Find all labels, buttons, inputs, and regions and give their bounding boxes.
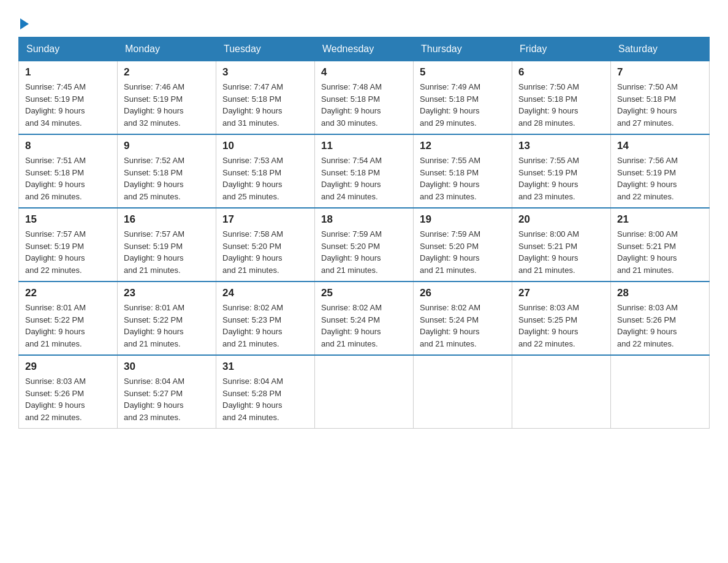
day-info: Sunrise: 7:53 AMSunset: 5:18 PMDaylight:…	[222, 156, 283, 201]
calendar-cell: 10 Sunrise: 7:53 AMSunset: 5:18 PMDaylig…	[216, 134, 315, 208]
calendar-cell	[512, 355, 611, 429]
calendar-cell: 6 Sunrise: 7:50 AMSunset: 5:18 PMDayligh…	[512, 61, 611, 135]
calendar-cell	[414, 355, 512, 429]
calendar-week-row: 1 Sunrise: 7:45 AMSunset: 5:19 PMDayligh…	[19, 61, 710, 135]
day-number: 23	[124, 287, 210, 299]
calendar-table: SundayMondayTuesdayWednesdayThursdayFrid…	[18, 37, 710, 429]
day-info: Sunrise: 7:49 AMSunset: 5:18 PMDaylight:…	[420, 82, 480, 128]
calendar-week-row: 15 Sunrise: 7:57 AMSunset: 5:19 PMDaylig…	[19, 208, 710, 282]
calendar-cell: 14 Sunrise: 7:56 AMSunset: 5:19 PMDaylig…	[611, 134, 710, 208]
day-header-friday: Friday	[512, 37, 611, 61]
day-info: Sunrise: 8:04 AMSunset: 5:27 PMDaylight:…	[124, 377, 184, 422]
day-info: Sunrise: 8:02 AMSunset: 5:24 PMDaylight:…	[420, 303, 480, 348]
day-info: Sunrise: 7:59 AMSunset: 5:20 PMDaylight:…	[420, 229, 480, 275]
day-info: Sunrise: 8:01 AMSunset: 5:22 PMDaylight:…	[124, 303, 184, 348]
day-number: 20	[518, 213, 604, 226]
day-number: 30	[124, 361, 210, 373]
day-number: 10	[222, 140, 308, 152]
day-info: Sunrise: 7:51 AMSunset: 5:18 PMDaylight:…	[25, 156, 86, 201]
day-info: Sunrise: 7:55 AMSunset: 5:19 PMDaylight:…	[518, 156, 579, 201]
day-number: 17	[222, 213, 308, 226]
day-info: Sunrise: 8:04 AMSunset: 5:28 PMDaylight:…	[222, 377, 283, 422]
day-info: Sunrise: 8:01 AMSunset: 5:22 PMDaylight:…	[25, 303, 86, 348]
day-info: Sunrise: 7:47 AMSunset: 5:18 PMDaylight:…	[222, 82, 283, 128]
day-info: Sunrise: 7:55 AMSunset: 5:18 PMDaylight:…	[420, 156, 480, 201]
day-number: 24	[222, 287, 308, 299]
day-number: 26	[420, 287, 506, 299]
calendar-cell: 1 Sunrise: 7:45 AMSunset: 5:19 PMDayligh…	[19, 61, 118, 135]
calendar-cell: 3 Sunrise: 7:47 AMSunset: 5:18 PMDayligh…	[216, 61, 315, 135]
calendar-cell: 28 Sunrise: 8:03 AMSunset: 5:26 PMDaylig…	[611, 282, 710, 355]
day-info: Sunrise: 7:58 AMSunset: 5:20 PMDaylight:…	[222, 229, 283, 275]
calendar-cell	[315, 355, 414, 429]
day-info: Sunrise: 7:46 AMSunset: 5:19 PMDaylight:…	[124, 82, 184, 128]
day-info: Sunrise: 7:50 AMSunset: 5:18 PMDaylight:…	[617, 82, 678, 128]
calendar-cell: 19 Sunrise: 7:59 AMSunset: 5:20 PMDaylig…	[414, 208, 512, 282]
day-info: Sunrise: 7:59 AMSunset: 5:20 PMDaylight:…	[321, 229, 382, 275]
calendar-cell: 15 Sunrise: 7:57 AMSunset: 5:19 PMDaylig…	[19, 208, 118, 282]
day-info: Sunrise: 7:48 AMSunset: 5:18 PMDaylight:…	[321, 82, 382, 128]
calendar-cell: 4 Sunrise: 7:48 AMSunset: 5:18 PMDayligh…	[315, 61, 414, 135]
day-header-monday: Monday	[118, 37, 216, 61]
day-header-wednesday: Wednesday	[315, 37, 414, 61]
day-number: 27	[518, 287, 604, 299]
day-number: 13	[518, 140, 604, 152]
day-header-thursday: Thursday	[414, 37, 512, 61]
day-number: 22	[25, 287, 111, 299]
day-number: 18	[321, 213, 407, 226]
day-number: 9	[124, 140, 210, 152]
calendar-cell: 30 Sunrise: 8:04 AMSunset: 5:27 PMDaylig…	[118, 355, 216, 429]
calendar-cell: 24 Sunrise: 8:02 AMSunset: 5:23 PMDaylig…	[216, 282, 315, 355]
day-info: Sunrise: 7:50 AMSunset: 5:18 PMDaylight:…	[518, 82, 579, 128]
day-header-sunday: Sunday	[19, 37, 118, 61]
day-number: 15	[25, 213, 111, 226]
day-number: 1	[25, 66, 111, 79]
day-header-saturday: Saturday	[611, 37, 710, 61]
day-info: Sunrise: 8:03 AMSunset: 5:26 PMDaylight:…	[617, 303, 678, 348]
calendar-cell: 29 Sunrise: 8:03 AMSunset: 5:26 PMDaylig…	[19, 355, 118, 429]
calendar-week-row: 29 Sunrise: 8:03 AMSunset: 5:26 PMDaylig…	[19, 355, 710, 429]
day-number: 5	[420, 66, 506, 79]
calendar-cell: 17 Sunrise: 7:58 AMSunset: 5:20 PMDaylig…	[216, 208, 315, 282]
calendar-cell: 25 Sunrise: 8:02 AMSunset: 5:24 PMDaylig…	[315, 282, 414, 355]
day-number: 4	[321, 66, 407, 79]
day-number: 19	[420, 213, 506, 226]
calendar-header-row: SundayMondayTuesdayWednesdayThursdayFrid…	[19, 37, 710, 61]
day-info: Sunrise: 7:57 AMSunset: 5:19 PMDaylight:…	[124, 229, 184, 275]
logo-triangle-icon	[20, 18, 29, 29]
calendar-cell: 11 Sunrise: 7:54 AMSunset: 5:18 PMDaylig…	[315, 134, 414, 208]
day-info: Sunrise: 7:45 AMSunset: 5:19 PMDaylight:…	[25, 82, 86, 128]
day-info: Sunrise: 8:00 AMSunset: 5:21 PMDaylight:…	[518, 229, 579, 275]
day-info: Sunrise: 7:56 AMSunset: 5:19 PMDaylight:…	[617, 156, 678, 201]
day-header-tuesday: Tuesday	[216, 37, 315, 61]
day-info: Sunrise: 8:02 AMSunset: 5:24 PMDaylight:…	[321, 303, 382, 348]
day-number: 31	[222, 361, 308, 373]
day-info: Sunrise: 8:00 AMSunset: 5:21 PMDaylight:…	[617, 229, 678, 275]
day-number: 16	[124, 213, 210, 226]
day-number: 25	[321, 287, 407, 299]
calendar-cell: 12 Sunrise: 7:55 AMSunset: 5:18 PMDaylig…	[414, 134, 512, 208]
day-number: 2	[124, 66, 210, 79]
day-number: 3	[222, 66, 308, 79]
calendar-cell: 18 Sunrise: 7:59 AMSunset: 5:20 PMDaylig…	[315, 208, 414, 282]
calendar-cell: 20 Sunrise: 8:00 AMSunset: 5:21 PMDaylig…	[512, 208, 611, 282]
day-number: 6	[518, 66, 604, 79]
day-number: 11	[321, 140, 407, 152]
calendar-cell: 26 Sunrise: 8:02 AMSunset: 5:24 PMDaylig…	[414, 282, 512, 355]
day-number: 8	[25, 140, 111, 152]
day-info: Sunrise: 7:52 AMSunset: 5:18 PMDaylight:…	[124, 156, 184, 201]
calendar-cell	[611, 355, 710, 429]
day-number: 21	[617, 213, 703, 226]
calendar-cell: 7 Sunrise: 7:50 AMSunset: 5:18 PMDayligh…	[611, 61, 710, 135]
calendar-cell: 22 Sunrise: 8:01 AMSunset: 5:22 PMDaylig…	[19, 282, 118, 355]
day-info: Sunrise: 7:57 AMSunset: 5:19 PMDaylight:…	[25, 229, 86, 275]
logo	[18, 12, 29, 31]
logo-blue-part	[18, 18, 29, 31]
day-info: Sunrise: 8:03 AMSunset: 5:25 PMDaylight:…	[518, 303, 579, 348]
page-header	[18, 12, 710, 31]
calendar-cell: 8 Sunrise: 7:51 AMSunset: 5:18 PMDayligh…	[19, 134, 118, 208]
calendar-cell: 27 Sunrise: 8:03 AMSunset: 5:25 PMDaylig…	[512, 282, 611, 355]
calendar-cell: 31 Sunrise: 8:04 AMSunset: 5:28 PMDaylig…	[216, 355, 315, 429]
calendar-cell: 13 Sunrise: 7:55 AMSunset: 5:19 PMDaylig…	[512, 134, 611, 208]
day-info: Sunrise: 8:02 AMSunset: 5:23 PMDaylight:…	[222, 303, 283, 348]
